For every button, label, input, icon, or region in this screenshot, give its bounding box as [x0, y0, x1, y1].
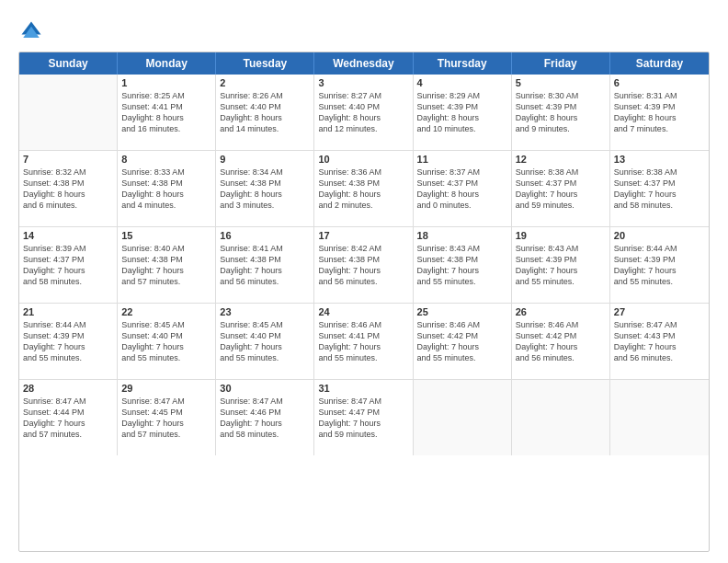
day-number: 22 [121, 306, 211, 317]
week-row-4: 21Sunrise: 8:44 AM Sunset: 4:39 PM Dayli… [19, 303, 709, 379]
cal-cell: 24Sunrise: 8:46 AM Sunset: 4:41 PM Dayli… [314, 304, 413, 379]
day-number: 10 [318, 154, 408, 165]
cal-cell [414, 380, 512, 455]
day-number: 26 [516, 306, 606, 317]
day-number: 3 [318, 77, 408, 88]
cell-info: Sunrise: 8:44 AM Sunset: 4:39 PM Dayligh… [614, 243, 705, 288]
cell-info: Sunrise: 8:38 AM Sunset: 4:37 PM Dayligh… [516, 167, 606, 212]
cal-cell: 3Sunrise: 8:27 AM Sunset: 4:40 PM Daylig… [314, 75, 413, 150]
cal-cell: 23Sunrise: 8:45 AM Sunset: 4:40 PM Dayli… [216, 304, 314, 379]
day-number: 5 [516, 77, 606, 88]
day-number: 29 [121, 383, 211, 394]
cal-cell: 30Sunrise: 8:47 AM Sunset: 4:46 PM Dayli… [216, 380, 314, 455]
cal-cell: 5Sunrise: 8:30 AM Sunset: 4:39 PM Daylig… [512, 75, 610, 150]
cal-cell: 16Sunrise: 8:41 AM Sunset: 4:38 PM Dayli… [216, 227, 314, 303]
cell-info: Sunrise: 8:47 AM Sunset: 4:44 PM Dayligh… [23, 396, 113, 441]
cell-info: Sunrise: 8:32 AM Sunset: 4:38 PM Dayligh… [23, 167, 113, 212]
cell-info: Sunrise: 8:37 AM Sunset: 4:37 PM Dayligh… [417, 167, 507, 212]
cell-info: Sunrise: 8:46 AM Sunset: 4:42 PM Dayligh… [516, 319, 606, 364]
day-number: 19 [516, 230, 606, 241]
header-day-thursday: Thursday [414, 52, 512, 75]
cell-info: Sunrise: 8:47 AM Sunset: 4:43 PM Dayligh… [614, 319, 705, 364]
logo-icon [18, 18, 44, 44]
week-row-5: 28Sunrise: 8:47 AM Sunset: 4:44 PM Dayli… [19, 379, 709, 455]
header-day-saturday: Saturday [610, 52, 709, 75]
cal-cell: 7Sunrise: 8:32 AM Sunset: 4:38 PM Daylig… [19, 151, 118, 226]
cal-cell: 2Sunrise: 8:26 AM Sunset: 4:40 PM Daylig… [216, 75, 314, 150]
cal-cell: 21Sunrise: 8:44 AM Sunset: 4:39 PM Dayli… [19, 304, 118, 379]
cell-info: Sunrise: 8:25 AM Sunset: 4:41 PM Dayligh… [121, 90, 211, 135]
day-number: 11 [417, 154, 507, 165]
cell-info: Sunrise: 8:31 AM Sunset: 4:39 PM Dayligh… [614, 90, 705, 135]
cell-info: Sunrise: 8:47 AM Sunset: 4:46 PM Dayligh… [220, 396, 310, 441]
day-number: 23 [220, 306, 310, 317]
cal-cell: 6Sunrise: 8:31 AM Sunset: 4:39 PM Daylig… [610, 75, 709, 150]
cell-info: Sunrise: 8:47 AM Sunset: 4:47 PM Dayligh… [318, 396, 408, 441]
day-number: 14 [23, 230, 113, 241]
cell-info: Sunrise: 8:42 AM Sunset: 4:38 PM Dayligh… [318, 243, 408, 288]
cal-cell: 8Sunrise: 8:33 AM Sunset: 4:38 PM Daylig… [118, 151, 216, 226]
header [18, 15, 710, 44]
day-number: 2 [220, 77, 310, 88]
day-number: 17 [318, 230, 408, 241]
day-number: 7 [23, 154, 113, 165]
day-number: 9 [220, 154, 310, 165]
cal-cell: 22Sunrise: 8:45 AM Sunset: 4:40 PM Dayli… [118, 304, 216, 379]
cell-info: Sunrise: 8:46 AM Sunset: 4:42 PM Dayligh… [417, 319, 507, 364]
calendar-body: 1Sunrise: 8:25 AM Sunset: 4:41 PM Daylig… [19, 75, 709, 455]
cell-info: Sunrise: 8:44 AM Sunset: 4:39 PM Dayligh… [23, 319, 113, 364]
day-number: 18 [417, 230, 507, 241]
cal-cell: 14Sunrise: 8:39 AM Sunset: 4:37 PM Dayli… [19, 227, 118, 303]
cell-info: Sunrise: 8:27 AM Sunset: 4:40 PM Dayligh… [318, 90, 408, 135]
day-number: 24 [318, 306, 408, 317]
header-day-monday: Monday [118, 52, 216, 75]
day-number: 8 [121, 154, 211, 165]
cal-cell: 1Sunrise: 8:25 AM Sunset: 4:41 PM Daylig… [118, 75, 216, 150]
cell-info: Sunrise: 8:30 AM Sunset: 4:39 PM Dayligh… [516, 90, 606, 135]
cal-cell [19, 75, 118, 150]
day-number: 12 [516, 154, 606, 165]
day-number: 20 [614, 230, 705, 241]
day-number: 15 [121, 230, 211, 241]
day-number: 6 [614, 77, 705, 88]
week-row-1: 1Sunrise: 8:25 AM Sunset: 4:41 PM Daylig… [19, 75, 709, 150]
cell-info: Sunrise: 8:45 AM Sunset: 4:40 PM Dayligh… [220, 319, 310, 364]
cell-info: Sunrise: 8:40 AM Sunset: 4:38 PM Dayligh… [121, 243, 211, 288]
cal-cell: 10Sunrise: 8:36 AM Sunset: 4:38 PM Dayli… [314, 151, 413, 226]
header-day-wednesday: Wednesday [314, 52, 413, 75]
cal-cell: 4Sunrise: 8:29 AM Sunset: 4:39 PM Daylig… [414, 75, 512, 150]
cell-info: Sunrise: 8:26 AM Sunset: 4:40 PM Dayligh… [220, 90, 310, 135]
cal-cell: 25Sunrise: 8:46 AM Sunset: 4:42 PM Dayli… [414, 304, 512, 379]
cell-info: Sunrise: 8:43 AM Sunset: 4:38 PM Dayligh… [417, 243, 507, 288]
cal-cell: 20Sunrise: 8:44 AM Sunset: 4:39 PM Dayli… [610, 227, 709, 303]
day-number: 21 [23, 306, 113, 317]
calendar-header: SundayMondayTuesdayWednesdayThursdayFrid… [19, 52, 709, 75]
cal-cell [610, 380, 709, 455]
cal-cell: 19Sunrise: 8:43 AM Sunset: 4:39 PM Dayli… [512, 227, 610, 303]
logo [18, 18, 48, 44]
day-number: 1 [121, 77, 211, 88]
cell-info: Sunrise: 8:47 AM Sunset: 4:45 PM Dayligh… [121, 396, 211, 441]
cal-cell: 12Sunrise: 8:38 AM Sunset: 4:37 PM Dayli… [512, 151, 610, 226]
day-number: 13 [614, 154, 705, 165]
cal-cell: 17Sunrise: 8:42 AM Sunset: 4:38 PM Dayli… [314, 227, 413, 303]
cell-info: Sunrise: 8:29 AM Sunset: 4:39 PM Dayligh… [417, 90, 507, 135]
cell-info: Sunrise: 8:45 AM Sunset: 4:40 PM Dayligh… [121, 319, 211, 364]
week-row-2: 7Sunrise: 8:32 AM Sunset: 4:38 PM Daylig… [19, 150, 709, 226]
cell-info: Sunrise: 8:43 AM Sunset: 4:39 PM Dayligh… [516, 243, 606, 288]
cell-info: Sunrise: 8:38 AM Sunset: 4:37 PM Dayligh… [614, 167, 705, 212]
cal-cell: 31Sunrise: 8:47 AM Sunset: 4:47 PM Dayli… [314, 380, 413, 455]
page: SundayMondayTuesdayWednesdayThursdayFrid… [0, 0, 728, 563]
header-day-friday: Friday [512, 52, 610, 75]
cell-info: Sunrise: 8:33 AM Sunset: 4:38 PM Dayligh… [121, 167, 211, 212]
cal-cell: 27Sunrise: 8:47 AM Sunset: 4:43 PM Dayli… [610, 304, 709, 379]
cal-cell: 26Sunrise: 8:46 AM Sunset: 4:42 PM Dayli… [512, 304, 610, 379]
cell-info: Sunrise: 8:39 AM Sunset: 4:37 PM Dayligh… [23, 243, 113, 288]
day-number: 31 [318, 383, 408, 394]
day-number: 25 [417, 306, 507, 317]
header-day-sunday: Sunday [19, 52, 118, 75]
day-number: 27 [614, 306, 705, 317]
cal-cell: 29Sunrise: 8:47 AM Sunset: 4:45 PM Dayli… [118, 380, 216, 455]
week-row-3: 14Sunrise: 8:39 AM Sunset: 4:37 PM Dayli… [19, 226, 709, 303]
day-number: 28 [23, 383, 113, 394]
